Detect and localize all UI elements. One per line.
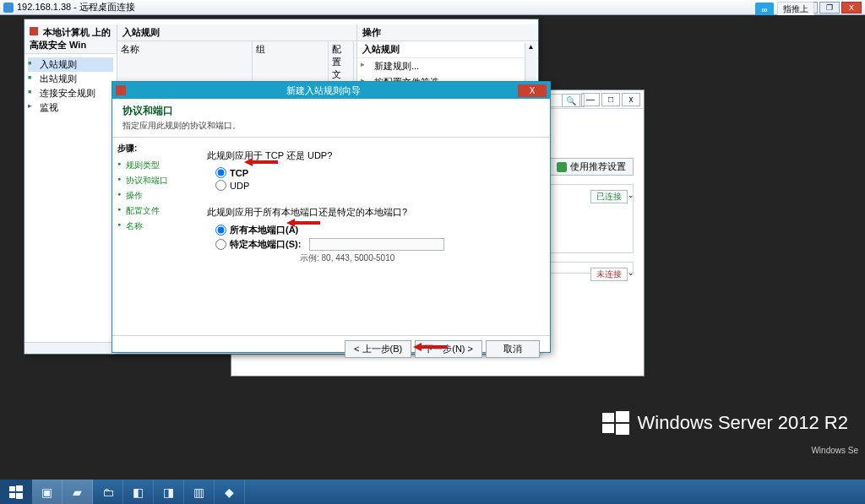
tree-header: 本地计算机 上的高级安全 Win xyxy=(24,24,117,54)
windows-server-brand: Windows Server 2012 R2 xyxy=(602,409,848,436)
radio-all-ports[interactable]: 所有本地端口(A) xyxy=(215,224,538,236)
radio-specific-ports-input[interactable] xyxy=(215,239,226,250)
taskbar-powershell[interactable]: ▰ xyxy=(63,480,93,504)
radio-tcp-input[interactable] xyxy=(215,167,226,178)
radio-all-ports-input[interactable] xyxy=(215,225,226,236)
svg-rect-6 xyxy=(616,424,629,435)
radio-udp-label: UDP xyxy=(230,181,249,191)
wizard-main-panel: 此规则应用于 TCP 还是 UDP? TCP UDP 此规则应用于所有本地端口还… xyxy=(195,138,550,335)
taskbar-app-3[interactable]: ▥ xyxy=(184,480,215,504)
svg-rect-5 xyxy=(602,424,614,433)
scroll-up-icon[interactable]: ▲ xyxy=(525,43,536,55)
svg-rect-9 xyxy=(9,493,15,498)
radio-specific-ports-label: 特定本地端口(S): xyxy=(230,238,301,251)
action-item[interactable]: 新建规则... xyxy=(357,58,538,74)
chevron-down-icon[interactable]: ⌄ xyxy=(628,191,634,199)
rdp-close-button[interactable]: X xyxy=(841,2,862,14)
chevron-down-icon[interactable]: ⌄ xyxy=(628,268,634,277)
tree-node-monitor[interactable]: 监视 xyxy=(28,100,113,115)
wizard-steps-label: 步骤: xyxy=(117,143,190,154)
cp-maximize-button[interactable]: □ xyxy=(601,93,620,106)
wizard-title-text: 新建入站规则向导 xyxy=(129,84,518,97)
actions-section: 入站规则 xyxy=(357,41,538,58)
radio-tcp-label: TCP xyxy=(230,168,248,178)
rdp-title-bar: 192.168.1.38 - 远程桌面连接 — ❐ X xyxy=(0,0,865,15)
wizard-subheader: 协议和端口 指定应用此规则的协议和端口。 xyxy=(112,99,550,138)
wizard-heading: 协议和端口 xyxy=(122,104,540,118)
wizard-titlebar[interactable]: 新建入站规则向导 X xyxy=(112,82,550,99)
step-protocol-ports[interactable]: 协议和端口 xyxy=(117,173,190,188)
tree-node-inbound[interactable]: 入站规则 xyxy=(28,57,113,72)
rules-section-header: 入站规则 xyxy=(117,24,356,41)
wizard-steps-nav: 步骤: 规则类型 协议和端口 操作 配置文件 名称 xyxy=(112,138,195,335)
rdp-maximize-button[interactable]: ❐ xyxy=(819,2,840,14)
radio-udp-input[interactable] xyxy=(215,180,226,191)
firewall-icon xyxy=(30,27,38,35)
wizard-close-button[interactable]: X xyxy=(518,84,547,97)
firewall-icon xyxy=(116,85,126,95)
cp-close-button[interactable]: x xyxy=(622,93,640,106)
wizard-footer: < 上一步(B) 下一步(N) > 取消 xyxy=(112,335,550,362)
windows-logo-icon xyxy=(9,485,23,499)
radio-all-ports-label: 所有本地端口(A) xyxy=(230,224,298,236)
radio-tcp[interactable]: TCP xyxy=(215,167,538,178)
tree-header-text: 本地计算机 上的高级安全 Win xyxy=(30,27,111,50)
use-recommended-button[interactable]: 使用推荐设置 xyxy=(549,158,634,176)
nav-tree[interactable]: 入站规则 出站规则 连接安全规则 监视 xyxy=(24,54,117,354)
step-action[interactable]: 操作 xyxy=(117,188,190,203)
step-name[interactable]: 名称 xyxy=(117,219,190,234)
shield-icon xyxy=(557,162,567,172)
radio-specific-ports[interactable]: 特定本地端口(S): xyxy=(215,238,538,251)
next-button[interactable]: 下一步(N) > xyxy=(415,340,482,358)
step-rule-type[interactable]: 规则类型 xyxy=(117,158,190,173)
taskbar-server-manager[interactable]: ▣ xyxy=(32,480,63,504)
back-button[interactable]: < 上一步(B) xyxy=(345,340,411,358)
taskbar-app-4[interactable]: ◆ xyxy=(215,480,245,504)
svg-rect-7 xyxy=(9,486,15,491)
rdp-icon xyxy=(3,3,14,13)
step-profile[interactable]: 配置文件 xyxy=(117,203,190,219)
cancel-button[interactable]: 取消 xyxy=(486,340,540,358)
svg-rect-10 xyxy=(16,493,23,499)
notconnected-badge: 未连接 xyxy=(590,268,628,281)
svg-rect-3 xyxy=(602,413,614,422)
windows-logo-icon xyxy=(602,409,629,436)
start-button[interactable] xyxy=(0,480,32,504)
wizard-desc: 指定应用此规则的协议和端口。 xyxy=(122,120,540,132)
radio-udp[interactable]: UDP xyxy=(215,180,538,191)
taskbar-app-2[interactable]: ◨ xyxy=(154,480,184,504)
new-inbound-rule-wizard[interactable]: 新建入站规则向导 X 协议和端口 指定应用此规则的协议和端口。 步骤: 规则类型… xyxy=(112,81,551,353)
tree-node-connsec[interactable]: 连接安全规则 xyxy=(28,86,113,100)
question-ports: 此规则应用于所有本地端口还是特定的本地端口? xyxy=(207,206,538,219)
taskbar-explorer[interactable]: 🗀 xyxy=(93,480,123,504)
connected-badge: 已连接 xyxy=(590,190,628,203)
ports-example: 示例: 80, 443, 5000-5010 xyxy=(300,252,538,264)
brand-subtext: Windows Se xyxy=(811,446,858,455)
rdp-title-text: 192.168.1.38 - 远程桌面连接 xyxy=(17,1,135,14)
actions-header: 操作 xyxy=(357,24,538,41)
question-tcp-udp: 此规则应用于 TCP 还是 UDP? xyxy=(207,149,538,162)
remote-desktop-area: 搜索控制面板 🔍 — □ x 使用推荐设置 已连接 ⌄ 许列表中的应用的连接 新… xyxy=(0,15,865,480)
cloud-icon: ∞ xyxy=(755,3,774,16)
brand-text: Windows Server 2012 R2 xyxy=(638,412,848,434)
tree-node-outbound[interactable]: 出站规则 xyxy=(28,72,113,86)
search-icon: 🔍 xyxy=(562,94,580,107)
use-recommended-label: 使用推荐设置 xyxy=(570,160,626,173)
specific-ports-input[interactable] xyxy=(309,238,444,251)
taskbar[interactable]: ▣ ▰ 🗀 ◧ ◨ ▥ ◆ xyxy=(0,480,865,504)
taskbar-app-1[interactable]: ◧ xyxy=(123,480,154,504)
svg-rect-4 xyxy=(616,411,629,422)
svg-rect-8 xyxy=(16,485,23,491)
